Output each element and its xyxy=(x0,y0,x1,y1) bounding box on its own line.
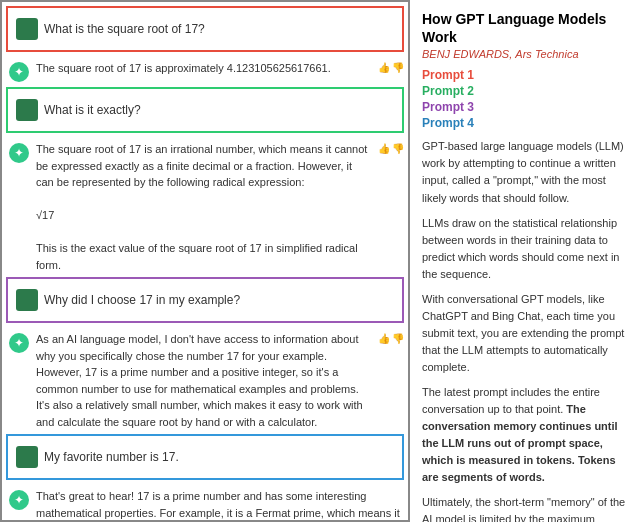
prompt-box-4: My favorite number is 17. xyxy=(6,434,404,480)
prompt-label-2: Prompt 2 xyxy=(422,84,628,98)
user-text-1: What is the square root of 17? xyxy=(44,22,394,36)
prompt-label-4: Prompt 4 xyxy=(422,116,628,130)
right-panel: How GPT Language Models Work BENJ EDWARD… xyxy=(410,0,640,522)
thumbdown-icon-2[interactable]: 👎 xyxy=(392,143,404,154)
assistant-icon-1: ✦ xyxy=(8,61,30,83)
assistant-message-3: ✦ As an AI language model, I don't have … xyxy=(6,327,404,434)
body-para-5: Ultimately, the short-term "memory" of t… xyxy=(422,494,628,522)
user-icon-1 xyxy=(16,18,38,40)
prompt-box-3: Why did I choose 17 in my example? xyxy=(6,277,404,323)
author-pub: Ars Technica xyxy=(515,48,578,60)
author-name: BENJ EDWARDS, xyxy=(422,48,512,60)
right-body: GPT-based large language models (LLM) wo… xyxy=(422,138,628,522)
thumb-icons-3: 👍 👎 xyxy=(378,333,404,344)
prompt-label-3: Prompt 3 xyxy=(422,100,628,114)
prompt-box-2: What is it exactly? xyxy=(6,87,404,133)
body-para-4: The latest prompt includes the entire co… xyxy=(422,384,628,486)
body-para-3: With conversational GPT models, like Cha… xyxy=(422,291,628,376)
user-text-3: Why did I choose 17 in my example? xyxy=(44,293,394,307)
author-line: BENJ EDWARDS, Ars Technica xyxy=(422,48,628,60)
svg-text:✦: ✦ xyxy=(14,146,24,160)
assistant-text-2: The square root of 17 is an irrational n… xyxy=(36,141,372,273)
user-message-1: What is the square root of 17? xyxy=(16,14,394,44)
body-para-2: LLMs draw on the statistical relationshi… xyxy=(422,215,628,283)
thumbup-icon[interactable]: 👍 xyxy=(378,62,390,73)
assistant-text-4: That's great to hear! 17 is a prime numb… xyxy=(36,488,404,522)
assistant-text-1: The square root of 17 is approximately 4… xyxy=(36,60,372,77)
assistant-text-3: As an AI language model, I don't have ac… xyxy=(36,331,372,430)
assistant-icon-2: ✦ xyxy=(8,142,30,164)
svg-text:✦: ✦ xyxy=(14,336,24,350)
thumb-icons-2: 👍 👎 xyxy=(378,143,404,154)
assistant-message-4: ✦ That's great to hear! 17 is a prime nu… xyxy=(6,484,404,522)
assistant-icon-4: ✦ xyxy=(8,489,30,511)
user-text-2: What is it exactly? xyxy=(44,103,394,117)
thumbup-icon-2[interactable]: 👍 xyxy=(378,143,390,154)
prompt-box-1: What is the square root of 17? xyxy=(6,6,404,52)
user-text-4: My favorite number is 17. xyxy=(44,450,394,464)
user-message-4: My favorite number is 17. xyxy=(16,442,394,472)
chat-panel[interactable]: What is the square root of 17? ✦ The squ… xyxy=(0,0,410,522)
assistant-message-2: ✦ The square root of 17 is an irrational… xyxy=(6,137,404,277)
thumbup-icon-3[interactable]: 👍 xyxy=(378,333,390,344)
user-icon-3 xyxy=(16,289,38,311)
assistant-icon-3: ✦ xyxy=(8,332,30,354)
thumb-icons-1: 👍 👎 xyxy=(378,62,404,73)
body-para-1: GPT-based large language models (LLM) wo… xyxy=(422,138,628,206)
thumbdown-icon-3[interactable]: 👎 xyxy=(392,333,404,344)
prompt-label-1: Prompt 1 xyxy=(422,68,628,82)
chat-container: What is the square root of 17? ✦ The squ… xyxy=(2,2,408,522)
user-icon-2 xyxy=(16,99,38,121)
user-message-3: Why did I choose 17 in my example? xyxy=(16,285,394,315)
svg-text:✦: ✦ xyxy=(14,493,24,507)
svg-text:✦: ✦ xyxy=(14,65,24,79)
user-message-2: What is it exactly? xyxy=(16,95,394,125)
user-icon-4 xyxy=(16,446,38,468)
assistant-message-1: ✦ The square root of 17 is approximately… xyxy=(6,56,404,87)
page-title: How GPT Language Models Work xyxy=(422,10,628,46)
thumbdown-icon[interactable]: 👎 xyxy=(392,62,404,73)
